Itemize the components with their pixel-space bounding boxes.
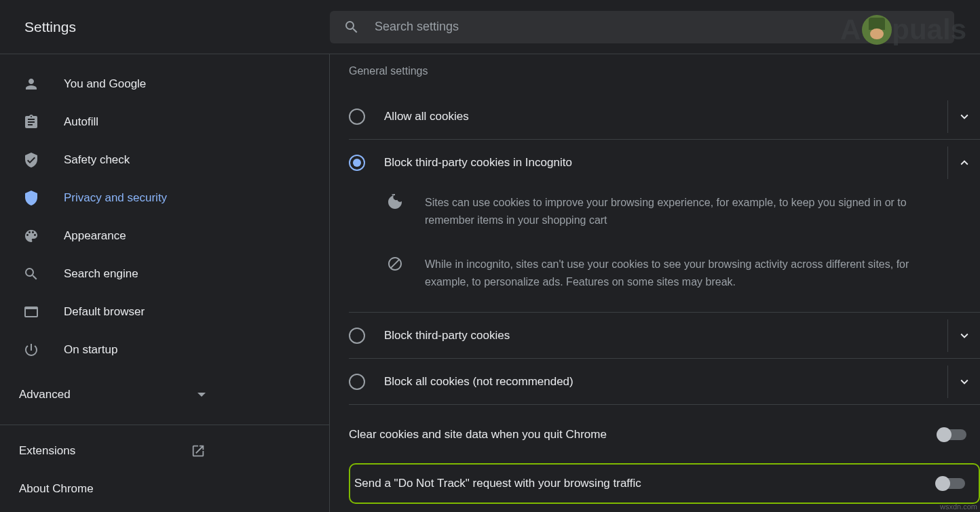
chevron-down-icon xyxy=(957,328,972,343)
block-icon xyxy=(387,256,403,272)
advanced-label: Advanced xyxy=(19,388,71,401)
person-icon xyxy=(23,76,39,92)
radio-block-third-party-incognito[interactable]: Block third-party cookies in Incognito xyxy=(349,140,980,186)
sidebar-item-label: Search engine xyxy=(64,267,138,281)
sidebar-item-safety-check[interactable]: Safety check xyxy=(0,141,324,179)
radio-allow-all-cookies[interactable]: Allow all cookies xyxy=(349,94,980,140)
sidebar-item-privacy-security[interactable]: Privacy and security xyxy=(0,179,324,217)
search-container[interactable] xyxy=(330,11,954,43)
chevron-up-icon xyxy=(957,155,972,170)
radio-indicator xyxy=(349,109,365,125)
radio-block-third-party[interactable]: Block third-party cookies xyxy=(349,313,980,359)
main-container: You and Google Autofill Safety check Pri… xyxy=(0,54,980,512)
toggle-clear-cookies-on-quit[interactable]: Clear cookies and site data when you qui… xyxy=(349,414,980,455)
sidebar-extensions[interactable]: Extensions xyxy=(0,432,329,470)
expand-button[interactable] xyxy=(947,366,980,398)
toggle-switch[interactable] xyxy=(937,478,965,489)
sidebar-item-label: Autofill xyxy=(64,115,98,129)
expanded-content: Sites can use cookies to improve your br… xyxy=(349,186,980,313)
radio-indicator xyxy=(349,374,365,390)
info-row: While in incognito, sites can't use your… xyxy=(349,248,980,298)
toggle-do-not-track[interactable]: Send a "Do Not Track" request with your … xyxy=(349,463,980,504)
search-input[interactable] xyxy=(375,20,941,34)
divider xyxy=(0,425,329,425)
info-text: While in incognito, sites can't use your… xyxy=(425,256,947,290)
shield-check-icon xyxy=(23,152,39,168)
search-icon xyxy=(343,19,360,35)
sidebar-item-autofill[interactable]: Autofill xyxy=(0,103,324,141)
sidebar-item-search-engine[interactable]: Search engine xyxy=(0,255,324,293)
external-link-icon xyxy=(191,444,206,458)
info-text: Sites can use cookies to improve your br… xyxy=(425,194,947,229)
sidebar-item-label: Appearance xyxy=(64,229,126,243)
search-icon xyxy=(23,266,39,282)
toggle-label: Clear cookies and site data when you qui… xyxy=(349,428,607,441)
expand-button[interactable] xyxy=(947,100,980,133)
toggle-switch[interactable] xyxy=(938,429,966,440)
about-label: About Chrome xyxy=(19,482,94,496)
sidebar-item-label: Safety check xyxy=(64,153,130,167)
cookie-icon xyxy=(387,194,403,210)
radio-label: Block third-party cookies in Incognito xyxy=(384,156,934,170)
clipboard-icon xyxy=(23,114,39,130)
radio-indicator xyxy=(349,155,365,171)
page-title: Settings xyxy=(24,19,330,35)
chevron-down-icon xyxy=(957,109,972,124)
sidebar-item-label: On startup xyxy=(64,343,117,357)
sidebar-item-on-startup[interactable]: On startup xyxy=(0,331,324,369)
sidebar-item-default-browser[interactable]: Default browser xyxy=(0,293,324,331)
chevron-down-icon xyxy=(197,393,206,397)
info-row: Sites can use cookies to improve your br… xyxy=(349,186,980,237)
toggle-label: Send a "Do Not Track" request with your … xyxy=(354,477,641,490)
radio-label: Allow all cookies xyxy=(384,110,934,123)
expand-button[interactable] xyxy=(947,319,980,352)
header: Settings xyxy=(0,0,980,54)
shield-icon xyxy=(23,190,39,206)
sidebar-item-label: You and Google xyxy=(64,77,146,91)
sidebar-advanced[interactable]: Advanced xyxy=(0,376,329,414)
section-title: General settings xyxy=(349,65,980,77)
sidebar-item-label: Default browser xyxy=(64,305,145,319)
radio-label: Block all cookies (not recommended) xyxy=(384,375,934,389)
sidebar-about-chrome[interactable]: About Chrome xyxy=(0,470,329,508)
browser-icon xyxy=(23,304,39,320)
radio-block-all-cookies[interactable]: Block all cookies (not recommended) xyxy=(349,359,980,405)
collapse-button[interactable] xyxy=(947,146,980,179)
radio-label: Block third-party cookies xyxy=(384,329,934,342)
radio-indicator xyxy=(349,328,365,344)
extensions-label: Extensions xyxy=(19,444,75,458)
sidebar: You and Google Autofill Safety check Pri… xyxy=(0,54,330,512)
sidebar-item-appearance[interactable]: Appearance xyxy=(0,217,324,255)
sidebar-item-label: Privacy and security xyxy=(64,191,167,205)
sidebar-item-you-and-google[interactable]: You and Google xyxy=(0,65,324,103)
chevron-down-icon xyxy=(957,374,972,389)
power-icon xyxy=(23,342,39,358)
content: General settings Allow all cookies Block… xyxy=(330,54,980,512)
palette-icon xyxy=(23,228,39,244)
